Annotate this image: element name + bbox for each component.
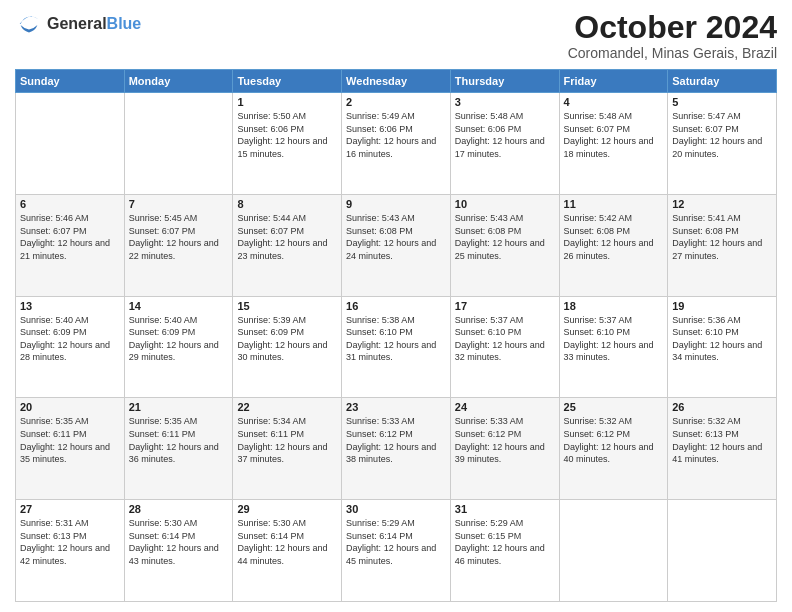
day-number: 17 [455,300,555,312]
calendar-cell-1-3: 1Sunrise: 5:50 AM Sunset: 6:06 PM Daylig… [233,93,342,195]
day-number: 18 [564,300,664,312]
calendar-week-4: 20Sunrise: 5:35 AM Sunset: 6:11 PM Dayli… [16,398,777,500]
calendar-cell-3-6: 18Sunrise: 5:37 AM Sunset: 6:10 PM Dayli… [559,296,668,398]
day-number: 22 [237,401,337,413]
day-number: 19 [672,300,772,312]
calendar-cell-3-1: 13Sunrise: 5:40 AM Sunset: 6:09 PM Dayli… [16,296,125,398]
day-info: Sunrise: 5:37 AM Sunset: 6:10 PM Dayligh… [564,314,664,364]
day-info: Sunrise: 5:35 AM Sunset: 6:11 PM Dayligh… [20,415,120,465]
calendar-header-friday: Friday [559,70,668,93]
day-info: Sunrise: 5:40 AM Sunset: 6:09 PM Dayligh… [129,314,229,364]
calendar-cell-1-7: 5Sunrise: 5:47 AM Sunset: 6:07 PM Daylig… [668,93,777,195]
calendar-cell-3-7: 19Sunrise: 5:36 AM Sunset: 6:10 PM Dayli… [668,296,777,398]
calendar-cell-2-5: 10Sunrise: 5:43 AM Sunset: 6:08 PM Dayli… [450,194,559,296]
calendar-cell-3-2: 14Sunrise: 5:40 AM Sunset: 6:09 PM Dayli… [124,296,233,398]
day-info: Sunrise: 5:39 AM Sunset: 6:09 PM Dayligh… [237,314,337,364]
day-number: 2 [346,96,446,108]
day-info: Sunrise: 5:32 AM Sunset: 6:12 PM Dayligh… [564,415,664,465]
calendar-cell-5-2: 28Sunrise: 5:30 AM Sunset: 6:14 PM Dayli… [124,500,233,602]
calendar-cell-5-3: 29Sunrise: 5:30 AM Sunset: 6:14 PM Dayli… [233,500,342,602]
calendar-week-3: 13Sunrise: 5:40 AM Sunset: 6:09 PM Dayli… [16,296,777,398]
day-number: 1 [237,96,337,108]
calendar-week-2: 6Sunrise: 5:46 AM Sunset: 6:07 PM Daylig… [16,194,777,296]
calendar-header-tuesday: Tuesday [233,70,342,93]
calendar-cell-2-4: 9Sunrise: 5:43 AM Sunset: 6:08 PM Daylig… [342,194,451,296]
day-number: 15 [237,300,337,312]
day-number: 28 [129,503,229,515]
calendar-header-row: SundayMondayTuesdayWednesdayThursdayFrid… [16,70,777,93]
day-info: Sunrise: 5:44 AM Sunset: 6:07 PM Dayligh… [237,212,337,262]
day-info: Sunrise: 5:30 AM Sunset: 6:14 PM Dayligh… [237,517,337,567]
calendar-header-monday: Monday [124,70,233,93]
day-number: 12 [672,198,772,210]
logo-general: General [47,15,107,33]
calendar-cell-4-1: 20Sunrise: 5:35 AM Sunset: 6:11 PM Dayli… [16,398,125,500]
logo-blue: Blue [107,15,142,33]
day-info: Sunrise: 5:41 AM Sunset: 6:08 PM Dayligh… [672,212,772,262]
logo-text: General Blue [47,15,141,33]
calendar-cell-5-7 [668,500,777,602]
day-info: Sunrise: 5:29 AM Sunset: 6:15 PM Dayligh… [455,517,555,567]
calendar-cell-3-4: 16Sunrise: 5:38 AM Sunset: 6:10 PM Dayli… [342,296,451,398]
calendar-cell-1-6: 4Sunrise: 5:48 AM Sunset: 6:07 PM Daylig… [559,93,668,195]
day-number: 8 [237,198,337,210]
day-number: 30 [346,503,446,515]
calendar-cell-1-1 [16,93,125,195]
day-info: Sunrise: 5:49 AM Sunset: 6:06 PM Dayligh… [346,110,446,160]
day-number: 16 [346,300,446,312]
day-info: Sunrise: 5:50 AM Sunset: 6:06 PM Dayligh… [237,110,337,160]
day-number: 25 [564,401,664,413]
day-info: Sunrise: 5:30 AM Sunset: 6:14 PM Dayligh… [129,517,229,567]
day-info: Sunrise: 5:47 AM Sunset: 6:07 PM Dayligh… [672,110,772,160]
calendar-cell-3-3: 15Sunrise: 5:39 AM Sunset: 6:09 PM Dayli… [233,296,342,398]
day-number: 6 [20,198,120,210]
calendar-cell-5-6 [559,500,668,602]
calendar-header-thursday: Thursday [450,70,559,93]
day-info: Sunrise: 5:40 AM Sunset: 6:09 PM Dayligh… [20,314,120,364]
calendar-cell-2-3: 8Sunrise: 5:44 AM Sunset: 6:07 PM Daylig… [233,194,342,296]
calendar-body: 1Sunrise: 5:50 AM Sunset: 6:06 PM Daylig… [16,93,777,602]
day-number: 9 [346,198,446,210]
day-number: 24 [455,401,555,413]
day-info: Sunrise: 5:29 AM Sunset: 6:14 PM Dayligh… [346,517,446,567]
day-info: Sunrise: 5:34 AM Sunset: 6:11 PM Dayligh… [237,415,337,465]
day-info: Sunrise: 5:31 AM Sunset: 6:13 PM Dayligh… [20,517,120,567]
calendar-cell-4-2: 21Sunrise: 5:35 AM Sunset: 6:11 PM Dayli… [124,398,233,500]
day-info: Sunrise: 5:37 AM Sunset: 6:10 PM Dayligh… [455,314,555,364]
header: General Blue October 2024 Coromandel, Mi… [15,10,777,61]
day-number: 14 [129,300,229,312]
day-info: Sunrise: 5:35 AM Sunset: 6:11 PM Dayligh… [129,415,229,465]
calendar-header-saturday: Saturday [668,70,777,93]
day-info: Sunrise: 5:43 AM Sunset: 6:08 PM Dayligh… [346,212,446,262]
calendar-cell-1-4: 2Sunrise: 5:49 AM Sunset: 6:06 PM Daylig… [342,93,451,195]
day-number: 31 [455,503,555,515]
day-number: 11 [564,198,664,210]
calendar-cell-3-5: 17Sunrise: 5:37 AM Sunset: 6:10 PM Dayli… [450,296,559,398]
calendar-header-sunday: Sunday [16,70,125,93]
calendar-cell-5-1: 27Sunrise: 5:31 AM Sunset: 6:13 PM Dayli… [16,500,125,602]
day-info: Sunrise: 5:33 AM Sunset: 6:12 PM Dayligh… [455,415,555,465]
day-info: Sunrise: 5:46 AM Sunset: 6:07 PM Dayligh… [20,212,120,262]
calendar-cell-4-7: 26Sunrise: 5:32 AM Sunset: 6:13 PM Dayli… [668,398,777,500]
month-title: October 2024 [568,10,777,45]
calendar-cell-4-5: 24Sunrise: 5:33 AM Sunset: 6:12 PM Dayli… [450,398,559,500]
day-info: Sunrise: 5:48 AM Sunset: 6:06 PM Dayligh… [455,110,555,160]
day-info: Sunrise: 5:36 AM Sunset: 6:10 PM Dayligh… [672,314,772,364]
day-number: 10 [455,198,555,210]
calendar-cell-2-7: 12Sunrise: 5:41 AM Sunset: 6:08 PM Dayli… [668,194,777,296]
calendar-cell-5-4: 30Sunrise: 5:29 AM Sunset: 6:14 PM Dayli… [342,500,451,602]
svg-rect-0 [15,10,43,38]
day-info: Sunrise: 5:48 AM Sunset: 6:07 PM Dayligh… [564,110,664,160]
calendar-cell-1-5: 3Sunrise: 5:48 AM Sunset: 6:06 PM Daylig… [450,93,559,195]
location: Coromandel, Minas Gerais, Brazil [568,45,777,61]
logo: General Blue [15,10,141,38]
calendar-cell-2-2: 7Sunrise: 5:45 AM Sunset: 6:07 PM Daylig… [124,194,233,296]
calendar-week-5: 27Sunrise: 5:31 AM Sunset: 6:13 PM Dayli… [16,500,777,602]
day-info: Sunrise: 5:45 AM Sunset: 6:07 PM Dayligh… [129,212,229,262]
calendar-cell-5-5: 31Sunrise: 5:29 AM Sunset: 6:15 PM Dayli… [450,500,559,602]
day-number: 23 [346,401,446,413]
day-number: 5 [672,96,772,108]
day-number: 26 [672,401,772,413]
day-number: 21 [129,401,229,413]
day-number: 29 [237,503,337,515]
